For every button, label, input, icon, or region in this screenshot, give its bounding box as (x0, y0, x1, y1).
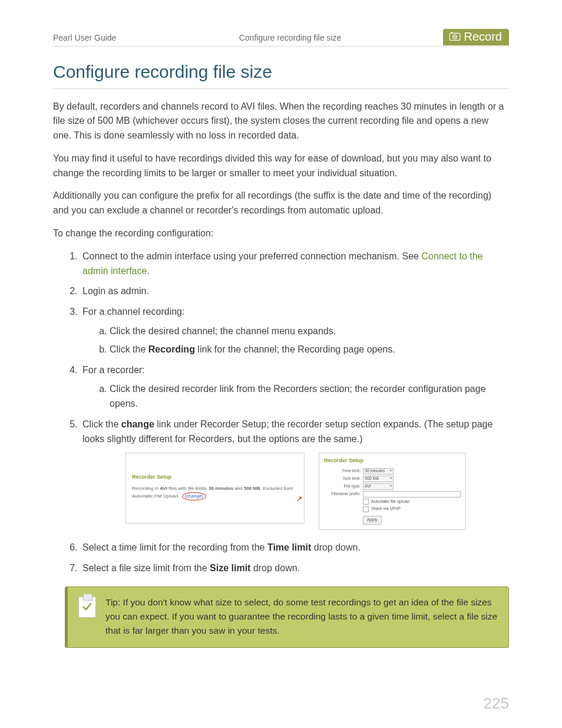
step-3-sub: Click the desired channel; the channel m… (82, 324, 509, 357)
step-7-bold: Size limit (210, 563, 250, 573)
filename-prefix-label: Filename prefix: (324, 491, 361, 498)
recorder-setup-summary: Recording in AVI files with file limits:… (132, 485, 298, 501)
step-3b-post: link for the channel; the Recording page… (195, 344, 395, 354)
step-7-post: drop down. (250, 563, 300, 573)
step-3: For a channel recording: Click the desir… (80, 305, 509, 357)
tip-text: Tip: If you don't know what size to sele… (105, 595, 498, 638)
step-5-pre: Click the (82, 419, 121, 429)
screenshot-before: Recorder Setup Recording in AVI files wi… (125, 453, 305, 523)
time-limit-label: Time limit: (324, 468, 361, 475)
size-limit-select[interactable]: 500 MB (363, 476, 394, 482)
recorder-setup-heading-left: Recorder Setup (132, 473, 298, 482)
step-1-text: Connect to the admin interface using you… (82, 251, 421, 261)
file-type-label: File type: (324, 483, 361, 490)
step-1-post: . (147, 266, 149, 276)
step-3b: Click the Recording link for the channel… (110, 342, 509, 357)
page-title: Configure recording file size (53, 58, 509, 86)
arrow-icon: ↗ (296, 495, 303, 503)
intro-paragraph-1: By default, recorders and channels recor… (53, 100, 509, 143)
intro-paragraph-4: To change the recording configuration: (53, 226, 509, 241)
section-name: Configure recording file size (239, 32, 342, 45)
step-7: Select a file size limit from the Size l… (80, 561, 509, 576)
svg-point-2 (454, 36, 455, 38)
apply-button[interactable]: Apply (363, 516, 382, 525)
file-type-select[interactable]: AVI (363, 483, 394, 490)
recorder-setup-heading-right: Recorder Setup (324, 457, 461, 465)
step-3b-pre: Click the (110, 344, 148, 354)
intro-paragraph-2: You may find it useful to have recording… (53, 151, 509, 181)
page-number: 225 (484, 691, 509, 715)
svg-rect-3 (450, 32, 452, 33)
step-3a: Click the desired channel; the channel m… (110, 324, 509, 339)
camera-icon (449, 32, 461, 41)
step-2: Login as admin. (80, 284, 509, 299)
step-4: For a recorder: Click the desired record… (80, 363, 509, 411)
filename-prefix-input[interactable] (363, 491, 461, 498)
tip-box: Tip: If you don't know what size to sele… (65, 587, 509, 648)
guide-name: Pearl User Guide (53, 32, 116, 45)
step-4-sub: Click the desired recorder link from the… (82, 382, 509, 411)
checkbox-icon (363, 506, 369, 512)
intro-paragraph-3: Additionally you can configure the prefi… (53, 189, 509, 218)
step-3-text: For a channel recording: (82, 307, 184, 317)
step-5: Click the change link under Recorder Set… (80, 417, 509, 530)
step-6: Select a time limit for the recording fr… (80, 541, 509, 555)
screenshot-after: Recorder Setup Time limit: 30 minutes Si… (319, 453, 466, 530)
record-tab[interactable]: Record (443, 29, 509, 45)
steps-list: Connect to the admin interface using you… (53, 249, 509, 576)
step-6-bold: Time limit (267, 542, 311, 552)
step-6-pre: Select a time limit for the recording fr… (82, 542, 267, 552)
step-7-pre: Select a file size limit from the (82, 563, 210, 573)
checkbox-icon (363, 499, 369, 505)
step-5-bold: change (121, 419, 154, 429)
step-4-text: For a recorder: (82, 365, 145, 375)
step-1: Connect to the admin interface using you… (80, 249, 509, 279)
time-limit-select[interactable]: 30 minutes (363, 468, 394, 475)
step-6-post: drop down. (311, 542, 361, 552)
share-upnp-checkbox[interactable]: Share via UPnP (363, 506, 461, 512)
record-tab-label: Record (464, 31, 502, 42)
step-4a: Click the desired recorder link from the… (110, 382, 509, 411)
title-rule (53, 88, 509, 89)
top-bar: Pearl User Guide Configure recording fil… (53, 27, 509, 47)
auto-upload-checkbox[interactable]: Automatic file upload (363, 499, 461, 505)
step-3b-bold: Recording (148, 344, 195, 354)
change-link[interactable]: (change) (185, 493, 204, 499)
size-limit-label: Size limit: (324, 476, 361, 482)
clipboard-icon (78, 597, 96, 618)
screenshot-row: Recorder Setup Recording in AVI files wi… (82, 453, 509, 530)
